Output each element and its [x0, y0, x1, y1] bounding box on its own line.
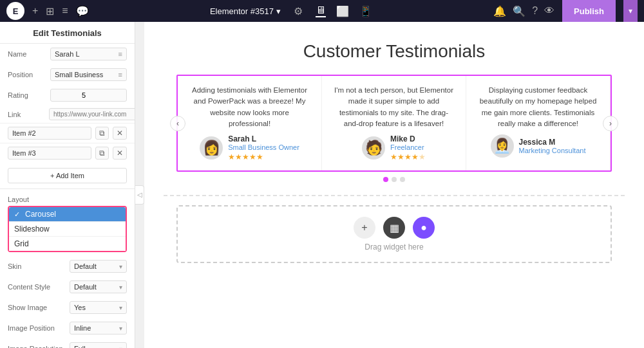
- testimonial-item-1: Adding testimonials with Elementor and P…: [178, 76, 322, 170]
- stars-1: ★★★★★: [228, 152, 299, 161]
- bell-icon[interactable]: 🔔: [493, 5, 506, 17]
- main-layout: Edit Testimonials Name Sarah L ≡ Positio…: [0, 22, 644, 348]
- image-position-row: Image Position Inline ▾: [0, 318, 135, 338]
- canvas-area: Customer Testimonials ‹ Adding testimoni…: [144, 22, 644, 348]
- image-resolution-label: Image Resolution: [8, 345, 66, 348]
- item-2-delete-button[interactable]: ✕: [113, 127, 127, 140]
- layout-option-grid[interactable]: Grid: [9, 236, 126, 251]
- link-label: Link: [8, 111, 46, 118]
- testimonial-role-2: Freelancer: [390, 143, 426, 151]
- item-2-row: Item #2 ⧉ ✕: [0, 123, 135, 143]
- item-2-copy-button[interactable]: ⧉: [95, 127, 109, 140]
- testimonial-name-3: Jessica M: [519, 138, 586, 147]
- testimonial-text-1: Adding testimonials with Elementor and P…: [188, 85, 311, 129]
- skin-row: Skin Default ▾: [0, 256, 135, 277]
- tablet-icon[interactable]: ⬜: [336, 5, 349, 17]
- chat-icon[interactable]: 💬: [76, 5, 89, 17]
- skin-select-arrow: ▾: [119, 263, 122, 270]
- content-style-select[interactable]: Default ▾: [70, 280, 127, 293]
- top-bar-center: Elementor #3517 ▾ ⚙ 🖥 ⬜ 📱: [97, 5, 486, 17]
- plus-icon[interactable]: +: [32, 5, 38, 17]
- rating-field-row: Rating: [0, 85, 135, 105]
- testimonial-item-3: Displaying customer feedback beautifully…: [466, 76, 611, 170]
- device-icons: 🖥 ⬜ 📱: [316, 5, 372, 17]
- testimonial-footer-1: 👩 Sarah L Small Business Owner ★★★★★: [188, 134, 311, 161]
- eye-icon[interactable]: 👁: [544, 5, 554, 17]
- panel-toggle[interactable]: ◁: [135, 185, 144, 205]
- carousel-arrow-right[interactable]: ›: [603, 116, 618, 131]
- item-3-delete-button[interactable]: ✕: [113, 147, 127, 160]
- content-style-arrow: ▾: [119, 284, 122, 291]
- image-position-arrow: ▾: [119, 325, 122, 332]
- testimonials-section: Customer Testimonials ‹ Adding testimoni…: [164, 28, 625, 196]
- rating-label: Rating: [8, 91, 46, 99]
- layout-selected[interactable]: ✓ Carousel: [9, 207, 126, 221]
- item-3-label[interactable]: Item #3: [8, 147, 91, 160]
- name-label: Name: [8, 50, 46, 58]
- layout-option-slideshow[interactable]: Slideshow: [9, 221, 126, 236]
- drop-icon-folder[interactable]: ▦: [383, 217, 405, 239]
- search-icon[interactable]: 🔍: [513, 5, 526, 17]
- dot-2[interactable]: [392, 177, 397, 182]
- avatar-2: 🧑: [362, 136, 385, 160]
- testimonial-text-2: I'm not a tech person, but Elementor mad…: [332, 85, 455, 129]
- drop-zone: + ▦ ● Drag widget here: [176, 205, 612, 263]
- image-resolution-select[interactable]: Full ▾: [70, 342, 127, 348]
- testimonial-item-2: I'm not a tech person, but Elementor mad…: [322, 76, 466, 170]
- publish-button[interactable]: Publish: [562, 0, 616, 22]
- avatar-3: 👩‍💼: [491, 134, 514, 158]
- image-resolution-row: Image Resolution Full ▾: [0, 338, 135, 348]
- name-field-row: Name Sarah L ≡: [0, 44, 135, 64]
- top-bar-right: 🔔 🔍 ? 👁: [493, 5, 554, 17]
- dot-1[interactable]: [383, 177, 388, 182]
- avatar-1: 👩: [200, 136, 223, 160]
- desktop-icon[interactable]: 🖥: [316, 5, 326, 17]
- show-image-select[interactable]: Yes ▾: [70, 301, 127, 314]
- drop-icon-circle[interactable]: ●: [413, 217, 435, 239]
- layout-section: Layout ✓ Carousel Slideshow Grid: [0, 192, 135, 256]
- link-row: Link ⚙ ↗: [0, 105, 135, 123]
- stars-2: ★★★★★: [390, 152, 426, 161]
- dot-3[interactable]: [400, 177, 405, 182]
- stack-icon[interactable]: ≡: [62, 5, 68, 17]
- testimonial-info-1: Sarah L Small Business Owner ★★★★★: [228, 134, 299, 161]
- testimonial-footer-3: 👩‍💼 Jessica M Marketing Consultant: [477, 134, 600, 158]
- mobile-icon[interactable]: 📱: [359, 5, 372, 17]
- item-3-row: Item #3 ⧉ ✕: [0, 143, 135, 163]
- top-bar: E + ⊞ ≡ 💬 Elementor #3517 ▾ ⚙ 🖥 ⬜ 📱 🔔 🔍 …: [0, 0, 644, 22]
- drop-icon-plus[interactable]: +: [354, 217, 375, 239]
- item-2-label[interactable]: Item #2: [8, 127, 91, 140]
- add-item-button[interactable]: + Add Item: [8, 168, 127, 183]
- layout-label: Layout: [8, 196, 127, 203]
- image-position-label: Image Position: [8, 324, 66, 332]
- publish-dropdown-button[interactable]: ▾: [623, 0, 638, 22]
- skin-label: Skin: [8, 262, 66, 270]
- testimonial-role-1: Small Business Owner: [228, 143, 299, 151]
- show-image-row: Show Image Yes ▾: [0, 297, 135, 318]
- testimonial-info-2: Mike D Freelancer ★★★★★: [390, 134, 426, 161]
- position-input-icon: ≡: [118, 71, 122, 78]
- skin-select[interactable]: Default ▾: [70, 260, 127, 273]
- show-image-arrow: ▾: [119, 304, 122, 311]
- item-3-copy-button[interactable]: ⧉: [95, 147, 109, 160]
- check-icon: ✓: [14, 210, 20, 219]
- carousel-arrow-left[interactable]: ‹: [170, 116, 185, 131]
- content-style-label: Content Style: [8, 283, 66, 291]
- settings-icon[interactable]: ⚙: [294, 5, 303, 17]
- rating-input[interactable]: [50, 89, 127, 102]
- link-input[interactable]: [49, 108, 135, 120]
- testimonial-name-1: Sarah L: [228, 134, 299, 143]
- image-resolution-arrow: ▾: [119, 345, 122, 349]
- image-position-select[interactable]: Inline ▾: [70, 322, 127, 334]
- name-input[interactable]: Sarah L ≡: [50, 48, 127, 60]
- panel-title: Edit Testimonials: [0, 22, 135, 44]
- drop-zone-label: Drag widget here: [365, 243, 423, 252]
- layers-icon[interactable]: ⊞: [46, 5, 54, 17]
- position-label: Position: [8, 71, 46, 78]
- position-input[interactable]: Small Business ≡: [50, 68, 127, 81]
- elementor-logo[interactable]: E: [6, 2, 24, 20]
- content-style-row: Content Style Default ▾: [0, 277, 135, 297]
- layout-dropdown[interactable]: ✓ Carousel Slideshow Grid: [8, 206, 127, 252]
- elementor-title[interactable]: Elementor #3517 ▾: [210, 6, 281, 16]
- question-icon[interactable]: ?: [532, 5, 538, 17]
